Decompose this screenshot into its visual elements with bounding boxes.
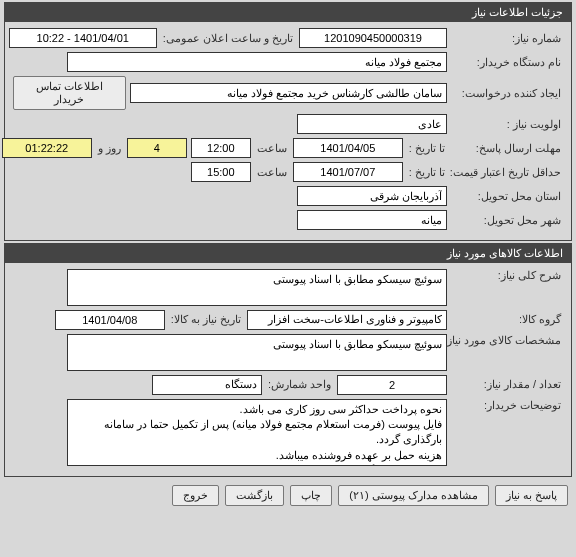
button-bar: پاسخ به نیاز مشاهده مدارک پیوستی (۲۱) چا… [0, 479, 576, 512]
priority-field[interactable] [297, 114, 447, 134]
request-no-field[interactable] [299, 28, 447, 48]
label-hour-2: ساعت [255, 166, 289, 179]
label-validity: حداقل تاریخ اعتبار قیمت: [451, 166, 563, 179]
need-by-field[interactable] [55, 310, 165, 330]
label-qty: تعداد / مقدار نیاز: [451, 378, 563, 391]
label-priority: اولویت نیاز : [451, 118, 563, 131]
label-city: شهر محل تحویل: [451, 214, 563, 227]
deadline-date-field[interactable] [293, 138, 403, 158]
label-creator: ایجاد کننده درخواست: [451, 87, 563, 100]
unit-field[interactable] [152, 375, 262, 395]
validity-time-field[interactable] [191, 162, 251, 182]
label-announce-datetime: تاریخ و ساعت اعلان عمومی: [161, 32, 295, 45]
reply-button[interactable]: پاسخ به نیاز [495, 485, 568, 506]
label-buyer-notes: توضیحات خریدار: [451, 399, 563, 412]
panel-body-1: شماره نیاز: تاریخ و ساعت اعلان عمومی: نا… [5, 22, 571, 240]
label-province: استان محل تحویل: [451, 190, 563, 203]
general-desc-field[interactable] [67, 269, 447, 306]
deadline-time-field[interactable] [191, 138, 251, 158]
back-button[interactable]: بازگشت [225, 485, 284, 506]
validity-date-field[interactable] [293, 162, 403, 182]
days-left-field[interactable] [127, 138, 187, 158]
specs-field[interactable] [67, 334, 447, 371]
print-button[interactable]: چاپ [290, 485, 332, 506]
label-unit: واحد شمارش: [266, 378, 333, 391]
goods-group-field[interactable] [247, 310, 447, 330]
time-left-field[interactable] [2, 138, 92, 158]
exit-button[interactable]: خروج [172, 485, 219, 506]
label-deadline: مهلت ارسال پاسخ: [451, 142, 563, 155]
label-request-no: شماره نیاز: [451, 32, 563, 45]
label-to-date-1: تا تاریخ : [407, 142, 447, 155]
province-field[interactable] [297, 186, 447, 206]
panel-header-1: جزئیات اطلاعات نیاز [5, 3, 571, 22]
qty-field[interactable] [337, 375, 447, 395]
panel-body-2: شرح کلی نیاز: گروه کالا: تاریخ نیاز به ک… [5, 263, 571, 476]
request-details-panel: جزئیات اطلاعات نیاز شماره نیاز: تاریخ و … [4, 2, 572, 241]
label-to-date-2: تا تاریخ : [407, 166, 447, 179]
city-field[interactable] [297, 210, 447, 230]
label-specs: مشخصات کالای مورد نیاز: [451, 334, 563, 347]
label-day-and: روز و [96, 142, 123, 155]
label-goods-group: گروه کالا: [451, 313, 563, 326]
label-hour-1: ساعت [255, 142, 289, 155]
label-general-desc: شرح کلی نیاز: [451, 269, 563, 282]
buyer-notes-field[interactable] [67, 399, 447, 467]
creator-field[interactable] [130, 83, 447, 103]
goods-info-panel: اطلاعات کالاهای مورد نیاز شرح کلی نیاز: … [4, 243, 572, 477]
buyer-contact-button[interactable]: اطلاعات تماس خریدار [13, 76, 126, 110]
buyer-name-field[interactable] [67, 52, 447, 72]
announce-datetime-field[interactable] [9, 28, 157, 48]
panel-header-2: اطلاعات کالاهای مورد نیاز [5, 244, 571, 263]
label-buyer-name: نام دستگاه خریدار: [451, 56, 563, 69]
label-need-by: تاریخ نیاز به کالا: [169, 313, 243, 326]
attachments-button[interactable]: مشاهده مدارک پیوستی (۲۱) [338, 485, 489, 506]
